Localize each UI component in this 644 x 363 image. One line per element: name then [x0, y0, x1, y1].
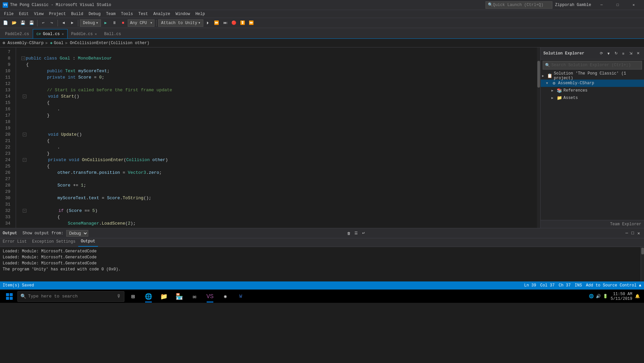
code-line-18[interactable] [21, 119, 537, 125]
menu-view[interactable]: View [31, 10, 46, 18]
output-minimize-btn[interactable]: ─ [624, 231, 630, 236]
tab-paddle2[interactable]: Paddle2.cs [1, 29, 33, 38]
collapse-14[interactable]: − [23, 95, 26, 98]
collapse-8[interactable]: − [21, 56, 25, 60]
code-line-16[interactable]: . [21, 106, 537, 112]
code-line-14[interactable]: − void Start() [21, 93, 537, 100]
code-line-26[interactable]: other.transform.position = Vector3.zero; [21, 169, 537, 176]
code-line-20[interactable]: − void Update() [21, 131, 537, 138]
save-all-btn[interactable]: 💾 [27, 19, 35, 27]
breadcrumb-class[interactable]: Goal [54, 41, 64, 45]
toolbar-misc-1[interactable]: ⏵ [204, 19, 212, 27]
code-line-27[interactable] [21, 176, 537, 182]
nav-back-btn[interactable]: ◄ [60, 19, 68, 27]
output-close-btn[interactable]: ✕ [636, 231, 641, 236]
collapse-24[interactable]: − [23, 158, 26, 162]
code-line-31[interactable] [21, 201, 537, 208]
code-line-25[interactable]: { [21, 163, 537, 169]
menu-build[interactable]: Build [69, 10, 86, 18]
taskbar-item-mail[interactable]: ✉ [187, 290, 202, 303]
team-explorer-tab[interactable]: Team Explorer [610, 222, 641, 227]
undo-btn[interactable]: ↩ [39, 19, 47, 27]
se-assets[interactable]: ▶ 📁 Assets [541, 94, 644, 102]
se-assembly[interactable]: ▼ ⚙ Assembly-CSharp [541, 80, 644, 87]
se-close-btn[interactable]: ✕ [635, 50, 641, 57]
code-line-11[interactable]: private int Score = 0; [21, 74, 537, 81]
menu-test[interactable]: Test [136, 10, 151, 18]
menu-help[interactable]: Help [193, 10, 208, 18]
code-line-34[interactable]: SceneManager.LoadScene(2); [21, 220, 537, 227]
code-line-33[interactable]: { [21, 214, 537, 220]
open-file-btn[interactable]: 📂 [10, 19, 18, 27]
output-maxrestore-btn[interactable]: □ [630, 231, 635, 236]
toolbar-misc-2[interactable]: ⏩ [213, 19, 221, 27]
se-refresh-btn[interactable]: ↻ [613, 50, 619, 57]
tab-goal-close[interactable]: ✕ [62, 32, 64, 36]
tab-paddle[interactable]: Paddle.cs ✕ [68, 29, 101, 38]
code-line-15[interactable]: { [21, 100, 537, 106]
redo-btn[interactable]: ↪ [48, 19, 56, 27]
code-line-29[interactable] [21, 189, 537, 195]
code-line-30[interactable]: myScoreText.text = Score.ToString(); [21, 195, 537, 201]
se-filter-btn[interactable]: ≡ [620, 50, 627, 57]
breadcrumb-namespace[interactable]: ⚙ Assembly-CSharp [3, 40, 43, 45]
taskbar-item-store[interactable]: 🏪 [172, 290, 187, 303]
se-references[interactable]: ▶ 📚 References [541, 87, 644, 94]
close-button[interactable]: ✕ [626, 0, 641, 10]
breadcrumb-method[interactable]: OnCollisionEnter(Collision other) [70, 41, 149, 45]
save-btn[interactable]: 💾 [19, 19, 27, 27]
menu-window[interactable]: Window [173, 10, 193, 18]
output-wrap-btn[interactable]: ↵ [360, 230, 367, 237]
add-source-control[interactable]: Add to Source Control ▲ [586, 283, 641, 288]
code-editor[interactable]: − public class Goal : MonoBehaviour { pu… [16, 47, 537, 228]
output-scrollbar[interactable] [641, 247, 644, 281]
menu-tools[interactable]: Tools [118, 10, 136, 18]
taskbar-search[interactable]: 🔍 Type here to search 🎙 [17, 291, 124, 302]
code-line-10[interactable]: public Text myScoreText; [21, 68, 537, 74]
taskbar-item-task-view[interactable]: ⊞ [126, 290, 140, 303]
output-scroll-thumb[interactable] [641, 248, 644, 254]
nav-forward-btn[interactable]: ► [68, 19, 76, 27]
menu-analyze[interactable]: Analyze [151, 10, 173, 18]
output-tab-output[interactable]: Output [78, 237, 98, 247]
start-button[interactable] [1, 290, 17, 303]
menu-edit[interactable]: Edit [16, 10, 31, 18]
code-line-9[interactable]: { [21, 62, 537, 68]
code-line-21[interactable]: { [21, 138, 537, 144]
menu-file[interactable]: File [1, 10, 16, 18]
output-clear-btn[interactable]: 🗑 [345, 230, 352, 237]
step-over-btn[interactable]: ⏬ [239, 19, 247, 27]
code-line-23[interactable]: } [21, 150, 537, 157]
se-sync-btn[interactable]: ⟳ [598, 50, 605, 57]
platform-dropdown[interactable]: Any CPU ▼ [128, 19, 154, 27]
restore-button[interactable]: □ [610, 0, 625, 10]
output-toggle-btn[interactable]: ☰ [353, 230, 359, 237]
code-line-28[interactable]: Score += 1; [21, 182, 537, 189]
code-line-12[interactable] [21, 81, 537, 87]
collapse-32[interactable]: − [23, 209, 26, 213]
debug-mode-dropdown[interactable]: Debug ▼ [80, 19, 101, 27]
se-search[interactable]: 🔍 Search Solution Explorer (Ctrl+;) [543, 61, 642, 70]
code-line-19[interactable] [21, 125, 537, 131]
se-collapse-btn[interactable]: ▼ [605, 50, 612, 57]
vertical-scrollbar[interactable] [537, 47, 540, 228]
step-into-btn[interactable]: ⏩ [247, 19, 255, 27]
se-solution[interactable]: ▶ 📋 Solution 'The Pong Classic' (1 proje… [541, 72, 644, 80]
menu-team[interactable]: Team [103, 10, 118, 18]
stop-btn[interactable]: ■ [119, 19, 127, 27]
toolbar-misc-3[interactable]: ⏭ [221, 19, 229, 27]
tab-ball[interactable]: Ball.cs [101, 29, 125, 38]
code-line-35[interactable]: } [21, 227, 537, 228]
code-line-8[interactable]: − public class Goal : MonoBehaviour [21, 55, 537, 62]
notifications-icon[interactable]: 🔔 [635, 294, 640, 299]
se-expand-btn[interactable]: ⇲ [627, 50, 634, 57]
tab-paddle-close[interactable]: ✕ [95, 32, 97, 36]
menu-project[interactable]: Project [46, 10, 68, 18]
pause-btn[interactable]: ⏸ [110, 19, 118, 27]
code-line-13[interactable]: // Start is called before the first fram… [21, 87, 537, 93]
taskbar-item-explorer[interactable]: 📁 [156, 290, 171, 303]
output-tab-error-list[interactable]: Error List [0, 237, 29, 247]
menu-debug[interactable]: Debug [86, 10, 103, 18]
vscroll-thumb[interactable] [537, 61, 540, 88]
output-tab-exception[interactable]: Exception Settings [29, 237, 78, 247]
